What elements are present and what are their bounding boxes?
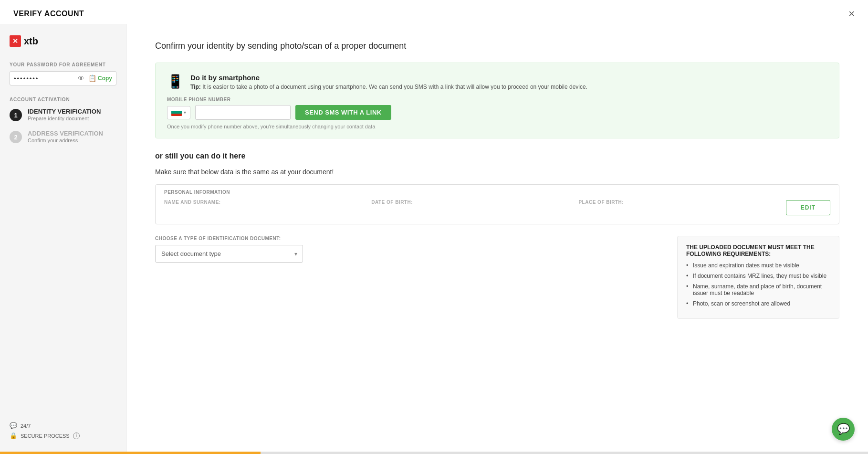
modal-body: ✕ xtb YOUR PASSWORD FOR AGREEMENT ••••••…: [0, 24, 868, 452]
step-1-number: 1: [10, 109, 22, 121]
eye-toggle-button[interactable]: 👁: [77, 74, 85, 82]
secure-row: 🔒 SECURE PROCESS i: [10, 432, 116, 439]
dob-field: DATE OF BIRTH:: [371, 200, 578, 215]
step-2-info: ADDRESS VERIFICATION Confirm your addres…: [28, 130, 103, 143]
chat-icon: 💬: [10, 422, 17, 429]
password-dots: ••••••••: [14, 75, 74, 82]
personal-info-fields: NAME AND SURNAME: DATE OF BIRTH: PLACE O…: [156, 200, 839, 215]
sidebar: ✕ xtb YOUR PASSWORD FOR AGREEMENT ••••••…: [0, 24, 126, 452]
logo-text: xtb: [24, 36, 38, 47]
req-item-2: If document contains MRZ lines, they mus…: [686, 273, 830, 279]
req-list: Issue and expiration dates must be visib…: [686, 262, 830, 307]
req-item-1: Issue and expiration dates must be visib…: [686, 262, 830, 269]
step-2-title: ADDRESS VERIFICATION: [28, 130, 103, 137]
step-identity-verification[interactable]: 1 IDENTITY VERIFICATION Prepare identity…: [10, 108, 116, 121]
smartphone-info: Do it by smartphone Tip: It is easier to…: [190, 74, 587, 90]
phone-note: Once you modify phone number above, you'…: [167, 124, 826, 129]
support-row: 💬 24/7: [10, 422, 116, 429]
edit-button[interactable]: EDIT: [786, 200, 830, 215]
smartphone-tip: Tip: It is easier to take a photo of a d…: [190, 84, 587, 90]
tip-text: It is easier to take a photo of a docume…: [202, 84, 587, 90]
req-item-4: Photo, scan or screenshot are allowed: [686, 300, 830, 307]
req-item-3: Name, surname, date and place of birth, …: [686, 283, 830, 296]
modal-title: VERIFY ACCOUNT: [13, 10, 84, 18]
title-bar: VERIFY ACCOUNT ×: [0, 0, 868, 24]
secure-label: SECURE PROCESS: [21, 433, 70, 439]
dob-value: [371, 207, 578, 215]
step-address-verification[interactable]: 2 ADDRESS VERIFICATION Confirm your addr…: [10, 130, 116, 143]
dob-label: DATE OF BIRTH:: [371, 200, 578, 205]
doc-label: CHOOSE A TYPE OF IDENTIFICATION DOCUMENT…: [155, 236, 666, 241]
logo-icon: ✕: [10, 35, 21, 47]
logo-x-icon: ✕: [12, 37, 18, 45]
doc-type-select[interactable]: Select document type: [155, 245, 303, 263]
step-2-number: 2: [10, 131, 22, 143]
name-label: NAME AND SURNAME:: [164, 200, 371, 205]
pob-value: [578, 207, 785, 215]
eye-icon: 👁: [78, 74, 84, 82]
personal-info-box: PERSONAL INFORMATION NAME AND SURNAME: D…: [155, 184, 839, 224]
tip-label: Tip:: [190, 84, 201, 90]
phone-input-row: ▾ SEND SMS WITH A LINK: [167, 105, 826, 120]
personal-info-legend: PERSONAL INFORMATION: [156, 185, 839, 195]
country-chevron-icon: ▾: [184, 110, 186, 115]
logo-area: ✕ xtb: [10, 35, 116, 47]
account-activation-label: ACCOUNT ACTIVATION: [10, 97, 116, 102]
chat-fab-icon: 💬: [837, 423, 850, 435]
copy-icon: 📋: [88, 74, 96, 82]
progress-bar: [0, 452, 868, 454]
pob-label: PLACE OF BIRTH:: [578, 200, 785, 205]
modal: VERIFY ACCOUNT × ✕ xtb YOUR PASSWORD FOR…: [0, 0, 868, 454]
password-field: •••••••• 👁 📋 Copy: [10, 71, 116, 85]
smartphone-section: 📱 Do it by smartphone Tip: It is easier …: [155, 63, 839, 138]
step-2-desc: Confirm your address: [28, 137, 103, 143]
main-content: Confirm your identity by sending photo/s…: [126, 24, 868, 452]
or-section: or still you can do it here: [155, 152, 839, 160]
chat-fab-button[interactable]: 💬: [832, 418, 855, 441]
phone-label: MOBILE PHONE NUMBER: [167, 97, 826, 102]
secure-info-icon[interactable]: i: [73, 433, 80, 439]
step-1-desc: Prepare identity document: [28, 116, 101, 121]
doc-select-col: CHOOSE A TYPE OF IDENTIFICATION DOCUMENT…: [155, 236, 666, 263]
password-section-label: YOUR PASSWORD FOR AGREEMENT: [10, 62, 116, 67]
copy-button[interactable]: 📋 Copy: [88, 74, 112, 82]
support-label: 24/7: [21, 423, 31, 429]
smartphone-header: 📱 Do it by smartphone Tip: It is easier …: [167, 74, 826, 90]
name-value: [164, 207, 371, 215]
step-1-info: IDENTITY VERIFICATION Prepare identity d…: [28, 108, 101, 121]
make-sure-text: Make sure that below data is the same as…: [155, 168, 839, 176]
doc-type-section: CHOOSE A TYPE OF IDENTIFICATION DOCUMENT…: [155, 236, 839, 319]
step-1-title: IDENTITY VERIFICATION: [28, 108, 101, 115]
copy-label: Copy: [98, 75, 112, 82]
sidebar-footer: 💬 24/7 🔒 SECURE PROCESS i: [10, 414, 116, 442]
requirements-box: THE UPLOADED DOCUMENT MUST MEET THE FOLL…: [677, 236, 839, 319]
send-sms-button[interactable]: SEND SMS WITH A LINK: [295, 105, 391, 120]
smartphone-icon: 📱: [167, 74, 184, 89]
name-field: NAME AND SURNAME:: [164, 200, 371, 215]
req-title: THE UPLOADED DOCUMENT MUST MEET THE FOLL…: [686, 244, 830, 257]
bulgarian-flag: [171, 109, 182, 116]
pob-field: PLACE OF BIRTH:: [578, 200, 785, 215]
doc-select-wrap: Select document type ▾: [155, 245, 303, 263]
phone-country-select[interactable]: ▾: [167, 106, 190, 119]
phone-number-input[interactable]: [195, 105, 291, 120]
logo: ✕ xtb: [10, 35, 116, 47]
account-activation-section: ACCOUNT ACTIVATION 1 IDENTITY VERIFICATI…: [10, 97, 116, 152]
close-button[interactable]: ×: [848, 9, 855, 19]
smartphone-title: Do it by smartphone: [190, 74, 587, 82]
lock-icon: 🔒: [10, 432, 17, 439]
main-heading: Confirm your identity by sending photo/s…: [155, 41, 839, 51]
